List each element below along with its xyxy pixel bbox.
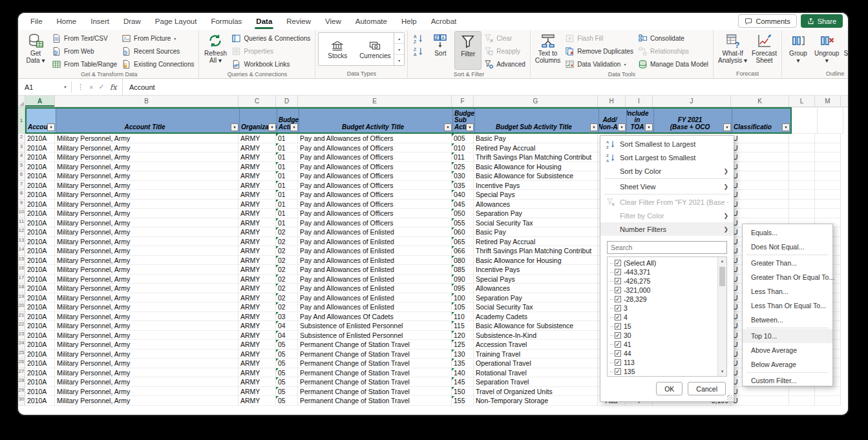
submenu-item-below-average[interactable]: Below Average [743,357,832,372]
cell-B15[interactable]: Military Personnel, Army [55,256,238,266]
cell-C26[interactable]: ARMY [238,359,276,368]
column-header-E[interactable]: E [298,96,452,107]
cell-F8[interactable]: 040 [452,190,474,200]
cell-L10[interactable] [789,209,815,218]
cell-E17[interactable]: Pay and Allowances of Enlisted [298,275,452,284]
cell-D5[interactable]: 01 [276,162,298,172]
cell-E27[interactable]: Permanent Change of Station Travel [298,368,452,378]
menu-item-sort-by-color[interactable]: Sort by Color❯ [600,164,734,178]
tab-insert[interactable]: Insert [83,13,116,30]
row-header-2[interactable]: 2 [18,134,25,143]
cell-G26[interactable]: Operational Travel [474,359,598,368]
cell-G21[interactable]: Academy Cadets [474,312,598,322]
cell-F18[interactable]: 095 [452,284,474,293]
row-header-14[interactable]: 14 [18,246,25,256]
row-header-4[interactable]: 4 [18,152,25,162]
cell-K2[interactable]: U [731,134,789,143]
submenu-item-does-not-equal[interactable]: Does Not Equal... [743,240,832,254]
group-button[interactable]: Group▾ [785,31,812,70]
from-table-range-button[interactable]: From Table/Range [50,58,119,70]
row-header-6[interactable]: 6 [18,171,25,181]
cell-K4[interactable]: U [731,152,789,162]
cell-E12[interactable]: Pay and Allowances of Enlisted [298,227,452,237]
cell-D9[interactable]: 01 [276,200,298,209]
select-all-corner[interactable] [18,96,25,107]
checkbox-30[interactable]: ✓ [615,332,621,339]
row-header-18[interactable]: 18 [18,284,25,293]
cell-E8[interactable]: Pay and Allowances of Officers [298,190,452,200]
cell-G28[interactable]: Separation Travel [474,377,598,387]
existing-connections-button[interactable]: Existing Connections [120,58,196,70]
cell-D26[interactable]: 05 [276,359,298,368]
cell-F25[interactable]: 130 [452,350,474,359]
cell-K5[interactable]: U [731,162,789,172]
column-header-G[interactable]: G [474,96,598,107]
row-header-1[interactable]: 1 [18,107,25,134]
checkbox-113[interactable]: ✓ [615,359,621,366]
column-header-I[interactable]: I [626,96,653,107]
header-cell-H[interactable]: Add/Non-Ad▼ [599,109,627,132]
cell-E15[interactable]: Pay and Allowances of Enlisted [298,256,452,266]
cell-C7[interactable]: ARMY [238,181,276,191]
sort-button[interactable]: ZASort [427,31,454,70]
properties-button[interactable]: Properties [229,45,312,58]
checkbox-3[interactable]: ✓ [615,305,621,311]
cell-A11[interactable]: 2010A [25,218,55,228]
cell-B26[interactable]: Military Personnel, Army [55,359,238,368]
cell-A3[interactable]: 2010A [25,143,55,153]
refresh-all-button[interactable]: RefreshAll ▾ [202,31,229,70]
cell-L6[interactable] [789,171,815,181]
row-header-27[interactable]: 27 [18,368,25,378]
filter-dropdown-button-G[interactable]: ▼ [590,123,598,131]
cell-C19[interactable]: ARMY [238,293,276,303]
cell-F3[interactable]: 010 [452,143,474,153]
cell-C8[interactable]: ARMY [238,190,276,200]
cell-A16[interactable]: 2010A [25,265,55,275]
cell-F21[interactable]: 110 [452,312,474,322]
cell-M2[interactable] [815,134,841,143]
cell-A28[interactable]: 2010A [25,377,55,387]
row-header-30[interactable]: 30 [18,396,25,406]
cell-E7[interactable]: Pay and Allowances of Officers [298,181,452,191]
cell-F14[interactable]: 066 [452,246,474,256]
cell-K6[interactable]: U [731,171,789,181]
column-header-H[interactable]: H [598,96,626,107]
cell-L7[interactable] [789,181,815,191]
column-header-A[interactable]: A [25,96,55,107]
cell-A24[interactable]: 2010A [25,340,55,350]
cell-K8[interactable]: U [731,190,789,200]
cell-F15[interactable]: 080 [452,256,474,266]
cell-D28[interactable]: 05 [276,377,298,387]
cell-C28[interactable]: ARMY [238,377,276,387]
cell-D8[interactable]: 01 [276,190,298,200]
cell-G16[interactable]: Incentive Pays [474,265,598,275]
cell-L4[interactable] [789,152,815,162]
row-header-16[interactable]: 16 [18,265,25,275]
cell-M29[interactable] [815,387,841,397]
gallery-up-icon[interactable]: ▴ [394,33,404,44]
ungroup-button[interactable]: Ungroup▾ [812,31,841,70]
filter-dropdown-button-F[interactable]: ▼ [466,123,474,131]
cell-C3[interactable]: ARMY [238,143,276,153]
cell-G29[interactable]: Travel of Organized Units [474,387,598,397]
filter-dropdown-button-J[interactable]: ▼ [723,123,731,131]
cell-B11[interactable]: Military Personnel, Army [55,218,238,228]
cell-M7[interactable] [815,181,841,191]
currencies-button[interactable]: Currencies [356,33,394,65]
checkbox-15[interactable]: ✓ [615,323,621,330]
cell-A17[interactable]: 2010A [25,275,55,284]
header-cell-E[interactable]: Budget Activity Title▼ [299,109,453,132]
cell-M9[interactable] [815,200,841,209]
cell-B25[interactable]: Military Personnel, Army [55,350,238,359]
stocks-button[interactable]: Stocks [319,33,356,65]
cell-E5[interactable]: Pay and Allowances of Officers [298,162,452,172]
checkbox-41[interactable]: ✓ [615,341,621,348]
submenu-item-top-10[interactable]: Top 10... [743,329,832,343]
submenu-item-between[interactable]: Between... [743,313,832,327]
submenu-item-greater-than[interactable]: Greater Than... [743,256,832,270]
submenu-item-above-average[interactable]: Above Average [743,343,832,357]
row-header-13[interactable]: 13 [18,237,25,247]
cell-B13[interactable]: Military Personnel, Army [55,237,238,247]
cell-G25[interactable]: Training Travel [474,350,598,359]
tab-draw[interactable]: Draw [116,13,148,30]
